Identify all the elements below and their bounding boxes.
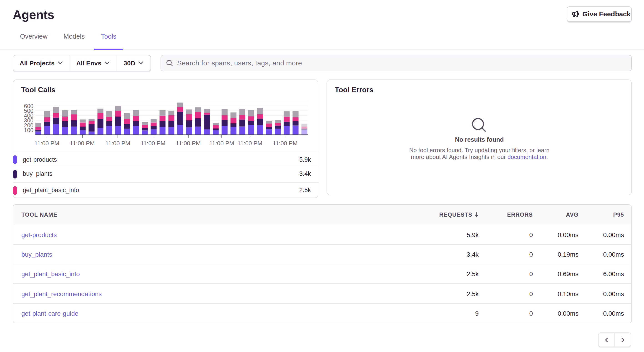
svg-text:11:00 PM: 11:00 PM [70, 140, 94, 147]
svg-text:11:00 PM: 11:00 PM [176, 140, 200, 147]
svg-text:11:00 PM: 11:00 PM [273, 140, 298, 147]
svg-text:11:00 PM: 11:00 PM [34, 140, 59, 147]
svg-text:600: 600 [24, 103, 34, 109]
svg-text:11:00 PM: 11:00 PM [238, 140, 262, 147]
svg-text:11:00 PM: 11:00 PM [209, 140, 234, 147]
svg-text:11:00 PM: 11:00 PM [140, 140, 165, 147]
svg-text:11:00 PM: 11:00 PM [105, 140, 130, 147]
